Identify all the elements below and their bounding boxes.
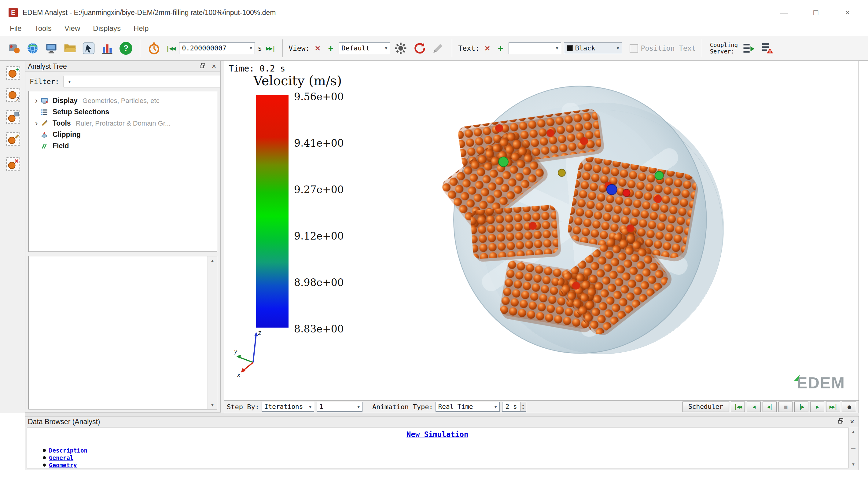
position-text-checkbox[interactable] [630, 44, 638, 53]
expand-arrow-icon[interactable]: › [32, 96, 40, 105]
tree-item-tools[interactable]: › Tools Ruler, Protractor & Domain Gr... [29, 118, 217, 129]
data-browser-links: Description General Geometry [43, 447, 87, 469]
last-timestep-button[interactable]: ▶▶| [265, 44, 276, 52]
scheduler-button[interactable]: Scheduler [682, 402, 729, 412]
text-select[interactable]: ▼ [508, 42, 561, 54]
scroll-up-icon[interactable]: ▲ [849, 427, 858, 436]
reset-view-button[interactable] [411, 40, 427, 57]
first-frame-button[interactable]: |◀◀ [731, 402, 745, 412]
time-select[interactable]: 0.200000007 ▼ [179, 42, 255, 54]
simulator-mode-button[interactable] [25, 40, 41, 57]
view-select[interactable]: Default ▼ [339, 42, 390, 54]
refresh-icon [413, 41, 426, 55]
tree-item-label: Field [53, 142, 69, 150]
undock-panel-button[interactable] [199, 62, 206, 71]
float-panel-icon [199, 62, 206, 69]
text-color-select[interactable]: Black ▼ [564, 42, 622, 54]
step-count-select[interactable]: 1 ▼ [317, 402, 363, 412]
view-label: View: [288, 44, 310, 52]
play-backward-button[interactable]: ◀ [747, 402, 761, 412]
tree-item-clipping[interactable]: Clipping [29, 129, 217, 140]
selection-tool-button[interactable] [81, 40, 97, 57]
maximize-button[interactable]: □ [809, 8, 822, 18]
tree-item-display[interactable]: › Display Geometries, Particles, etc [29, 95, 217, 106]
tree-item-setup-selections[interactable]: Setup Selections [29, 106, 217, 118]
menu-view[interactable]: View [63, 24, 82, 33]
first-timestep-button[interactable]: |◀◀ [165, 44, 176, 52]
coupling-status-button[interactable] [759, 40, 775, 57]
menu-displays[interactable]: Displays [92, 24, 122, 33]
delete-view-button[interactable]: × [312, 43, 323, 54]
coupling-warning-icon [761, 41, 774, 55]
menu-tools[interactable]: Tools [33, 24, 53, 33]
menu-help[interactable]: Help [132, 24, 150, 33]
scroll-thumb[interactable]: — [851, 446, 856, 450]
add-text-button[interactable]: + [495, 43, 506, 54]
scroll-down-icon[interactable]: ▼ [208, 401, 217, 409]
panel-splitter[interactable] [25, 413, 859, 416]
add-particle-selection-2-button[interactable]: 2 [4, 86, 22, 104]
graphs-button[interactable] [99, 40, 115, 57]
add-view-button[interactable]: + [326, 43, 336, 54]
time-value: 0.200000007 [182, 44, 226, 52]
open-folder-icon [63, 41, 77, 55]
minimize-button[interactable]: — [778, 8, 790, 18]
black-color-swatch [567, 45, 573, 51]
menu-file[interactable]: File [8, 24, 23, 33]
description-link[interactable]: Description [49, 447, 87, 454]
step-forward-button[interactable]: |▶ [794, 402, 808, 412]
record-button[interactable]: ● [842, 402, 856, 412]
view-settings-button[interactable] [393, 40, 409, 57]
tree-item-label: Tools [53, 119, 71, 127]
last-frame-button[interactable]: ▶▶| [826, 402, 840, 412]
analyst-mode-button[interactable] [43, 40, 59, 57]
spin-up-icon[interactable]: ▲ [522, 403, 525, 407]
scroll-up-icon[interactable]: ▲ [208, 256, 217, 265]
z-axis-label: z [258, 329, 261, 337]
text-color-value: Black [575, 44, 595, 52]
step-by-select[interactable]: Iterations ▼ [261, 402, 314, 412]
interval-spinner[interactable]: 2 s ▲ ▼ [502, 402, 526, 412]
edit-selection-button[interactable] [4, 130, 22, 148]
close-button[interactable]: × [841, 8, 854, 18]
viewer-3d: Time: 0.2 s Velocity (m/s) 9.56e+00 9.41… [224, 61, 859, 400]
properties-panel: ▲ ▼ [28, 256, 217, 410]
legend-tick: 8.98e+00 [294, 277, 344, 288]
open-file-button[interactable] [62, 40, 78, 57]
scroll-down-icon[interactable]: ▼ [849, 460, 858, 469]
general-link[interactable]: General [49, 454, 73, 461]
animation-type-select[interactable]: Real-Time ▼ [436, 402, 500, 412]
spinner-arrows[interactable]: ▲ ▼ [520, 402, 526, 411]
close-panel-button[interactable]: × [210, 62, 218, 71]
geometry-selection-button[interactable] [4, 108, 22, 126]
creator-mode-button[interactable] [6, 40, 22, 57]
stop-button[interactable]: ■ [778, 402, 793, 412]
tree-item-field[interactable]: Field [29, 140, 217, 152]
data-browser-content: New Simulation Description General Geome… [27, 427, 848, 469]
particle-selection-2-icon: 2 [5, 87, 21, 103]
expand-arrow-icon[interactable]: › [32, 119, 40, 128]
filter-select[interactable]: ▼ [64, 76, 220, 87]
add-particle-selection-button[interactable]: + [4, 64, 22, 82]
close-panel-button[interactable]: × [848, 417, 856, 426]
play-button[interactable]: ▶ [810, 402, 824, 412]
help-button[interactable]: ? [118, 40, 134, 57]
step-backward-button[interactable]: ◀| [763, 402, 777, 412]
properties-scrollbar[interactable]: ▲ ▼ [208, 256, 217, 409]
undock-panel-button[interactable] [837, 417, 844, 426]
globe-icon [26, 41, 39, 55]
data-browser-scrollbar[interactable]: ▲ — ▼ [848, 427, 858, 469]
geometry-link[interactable]: Geometry [49, 462, 77, 469]
list-item: General [43, 454, 87, 462]
legend-tick: 9.12e+00 [294, 230, 344, 242]
spin-down-icon[interactable]: ▼ [522, 407, 525, 410]
legend-title: Velocity (m/s) [253, 73, 342, 88]
main-toolbar: ? |◀◀ 0.200000007 ▼ s ▶▶| View: × + Defa… [0, 36, 868, 61]
x-axis-label: x [237, 372, 241, 378]
coupling-connect-button[interactable] [741, 40, 756, 57]
edit-view-button[interactable] [430, 40, 446, 57]
new-simulation-link[interactable]: New Simulation [406, 430, 468, 439]
delete-text-button[interactable]: × [482, 43, 493, 54]
bullet-icon [43, 449, 46, 452]
clear-selection-button[interactable]: × [4, 155, 22, 173]
